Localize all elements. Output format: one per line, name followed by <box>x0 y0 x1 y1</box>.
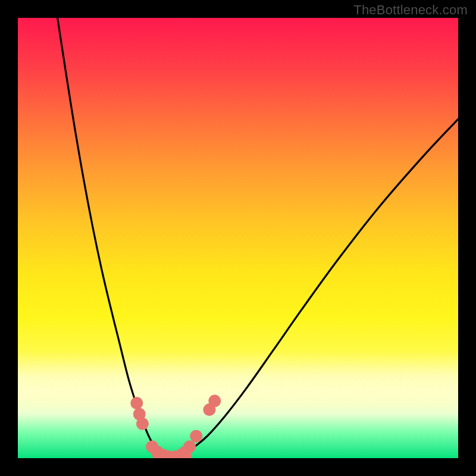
marker-dot <box>190 430 202 443</box>
marker-dot <box>136 418 149 430</box>
bottleneck-curve <box>18 18 458 458</box>
marker-dot <box>130 397 143 409</box>
frame: TheBottleneck.com <box>0 0 476 476</box>
marker-dot <box>208 394 221 407</box>
plot-area <box>18 18 458 458</box>
watermark-text: TheBottleneck.com <box>353 2 468 18</box>
